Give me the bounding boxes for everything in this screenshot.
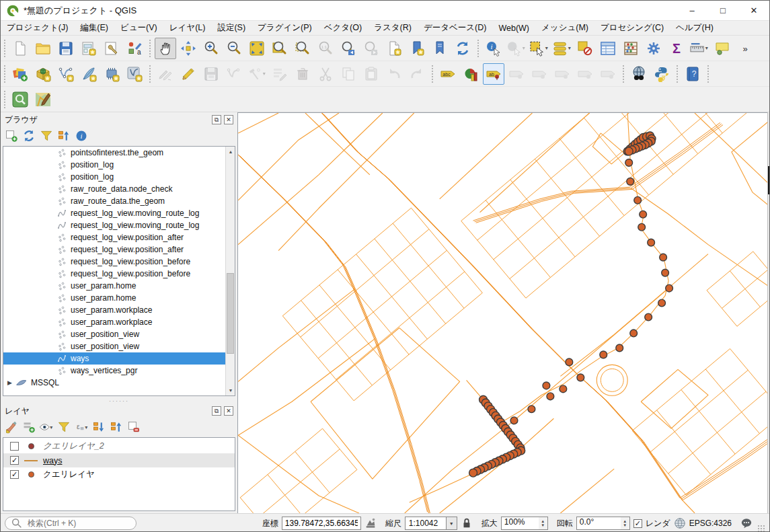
menu-4[interactable]: 設定(S) <box>211 21 252 35</box>
dropdown-arrow-icon[interactable]: ▾ <box>566 45 572 51</box>
browser-item[interactable]: request_log_view.moving_route_log <box>3 219 225 231</box>
zoom-last-button[interactable] <box>338 38 359 59</box>
refresh-browser-button[interactable] <box>21 128 37 144</box>
open-attribute-table-button[interactable] <box>597 38 619 59</box>
layer-row[interactable]: ✓クエリレイヤ <box>3 467 235 482</box>
metasearch-button[interactable] <box>628 63 650 85</box>
browser-item[interactable]: user_position_view <box>3 328 225 340</box>
menu-3[interactable]: レイヤ(L) <box>163 21 212 35</box>
new-virtual-layer-button[interactable] <box>124 63 145 85</box>
map-tips-button[interactable] <box>711 38 733 59</box>
save-project-button[interactable] <box>55 38 77 59</box>
zoom-full-button[interactable] <box>246 38 268 59</box>
browser-item[interactable]: user_param.home <box>3 292 225 304</box>
pan-map-button[interactable] <box>155 38 176 59</box>
show-layout-manager-button[interactable] <box>101 38 122 59</box>
new-geopackage-layer-button[interactable] <box>32 63 54 85</box>
maximize-button[interactable]: □ <box>707 1 738 20</box>
style-manager-button[interactable]: a <box>124 38 145 59</box>
help-contents-button[interactable]: ? <box>682 63 703 85</box>
locator-search[interactable] <box>5 517 137 530</box>
zoom-to-selection-button[interactable] <box>292 38 313 59</box>
dropdown-arrow-icon[interactable]: ▾ <box>521 45 527 51</box>
browser-item-root[interactable]: ▶MSSQL <box>3 377 225 389</box>
browser-item[interactable]: request_log_view.position_before <box>3 256 225 268</box>
menu-12[interactable]: ヘルプ(H) <box>670 21 720 35</box>
browser-float-icon[interactable]: ⧉ <box>212 115 221 124</box>
extents-toggle-icon[interactable] <box>364 517 377 529</box>
layer-row[interactable]: ✓ways <box>3 453 235 467</box>
new-spatial-bookmark-button[interactable] <box>406 38 428 59</box>
layer-checkbox[interactable]: ✓ <box>10 456 19 465</box>
crs-value[interactable]: EPSG:4326 <box>689 519 732 528</box>
menu-10[interactable]: メッシュ(M) <box>535 21 594 35</box>
minimize-button[interactable]: – <box>677 1 707 20</box>
collapse-all-layers-button[interactable] <box>108 419 124 435</box>
menu-8[interactable]: データベース(D) <box>418 21 493 35</box>
filter-by-expression-button[interactable]: ε▾ <box>73 419 89 435</box>
close-button[interactable]: ✕ <box>738 1 769 20</box>
filter-legend-button[interactable] <box>56 419 72 435</box>
browser-item[interactable]: user_param.workplace <box>3 316 225 328</box>
messages-icon[interactable] <box>740 517 753 529</box>
browser-item[interactable]: user_param.home <box>3 280 225 292</box>
open-layer-styling-button[interactable] <box>3 419 20 435</box>
open-project-button[interactable] <box>32 38 54 59</box>
menu-11[interactable]: プロセシング(C) <box>594 21 670 35</box>
menu-7[interactable]: ラスタ(R) <box>368 21 418 35</box>
new-shapefile-layer-button[interactable] <box>55 63 77 85</box>
browser-item[interactable]: user_position_view <box>3 340 225 352</box>
add-selected-layer-button[interactable] <box>3 128 20 144</box>
scroll-up-icon[interactable]: ▲ <box>226 147 235 157</box>
measure-button[interactable]: ▾ <box>689 38 710 59</box>
expand-arrow-icon[interactable]: ▶ <box>7 379 15 386</box>
coordinate-input[interactable] <box>282 517 361 530</box>
menu-6[interactable]: ベクタ(O) <box>318 21 368 35</box>
rotation-spin[interactable]: 0.0° ▲▼ <box>576 517 630 530</box>
toolbar-overflow-button[interactable]: » <box>734 38 756 59</box>
statistical-summary-button[interactable]: Σ <box>666 38 687 59</box>
browser-item[interactable]: user_param.workplace <box>3 304 225 316</box>
render-checkbox[interactable]: ✓ <box>633 519 642 528</box>
layer-checkbox[interactable] <box>10 442 19 451</box>
filter-browser-button[interactable] <box>38 128 54 144</box>
magnifier-spin[interactable]: 100% ▲▼ <box>501 517 548 530</box>
browser-item[interactable]: request_log_view.moving_route_log <box>3 207 225 219</box>
browser-item[interactable]: position_log <box>3 171 225 183</box>
new-gpx-layer-button[interactable] <box>78 63 100 85</box>
layer-checkbox[interactable]: ✓ <box>10 470 19 479</box>
lock-scale-icon[interactable] <box>461 517 473 529</box>
collapse-all-button[interactable] <box>56 128 72 144</box>
layer-diagram-button[interactable] <box>460 63 482 85</box>
new-project-button[interactable] <box>9 38 31 59</box>
browser-item[interactable]: position_log <box>3 159 225 171</box>
toggle-editing-button[interactable] <box>178 63 199 85</box>
menu-1[interactable]: 編集(E) <box>74 21 114 35</box>
new-memory-layer-button[interactable] <box>101 63 122 85</box>
add-group-button[interactable] <box>21 419 37 435</box>
properties-widget-button[interactable]: i <box>73 128 89 144</box>
dropdown-arrow-icon[interactable]: ▾ <box>703 45 709 51</box>
browser-item[interactable]: request_log_view.position_after <box>3 243 225 256</box>
python-console-button[interactable] <box>651 63 672 85</box>
scale-combo[interactable]: 1:10042 ▼ <box>405 517 457 530</box>
deselect-features-button[interactable] <box>574 38 596 59</box>
browser-item[interactable]: pointsofinterest.the_geom <box>3 147 225 159</box>
select-features-button[interactable]: ▾ <box>529 38 550 59</box>
layer-labeling-button[interactable]: abc <box>437 63 459 85</box>
expand-all-button[interactable] <box>91 419 107 435</box>
resize-grip[interactable] <box>757 525 765 532</box>
data-source-manager-button[interactable] <box>9 63 31 85</box>
zoom-in-button[interactable] <box>200 38 222 59</box>
scroll-thumb[interactable] <box>227 273 234 354</box>
scroll-down-icon[interactable]: ▼ <box>226 385 235 395</box>
pan-to-selection-button[interactable] <box>178 38 199 59</box>
processing-toolbox-button[interactable] <box>643 38 664 59</box>
menu-2[interactable]: ビュー(V) <box>114 21 163 35</box>
layers-float-icon[interactable]: ⧉ <box>212 406 221 416</box>
browser-item[interactable]: ways_vertices_pgr <box>3 365 225 377</box>
browser-item[interactable]: ways <box>3 352 225 365</box>
identify-features-button[interactable]: i <box>483 38 504 59</box>
search-input[interactable] <box>26 518 127 529</box>
layers-close-icon[interactable]: ✕ <box>224 406 233 416</box>
